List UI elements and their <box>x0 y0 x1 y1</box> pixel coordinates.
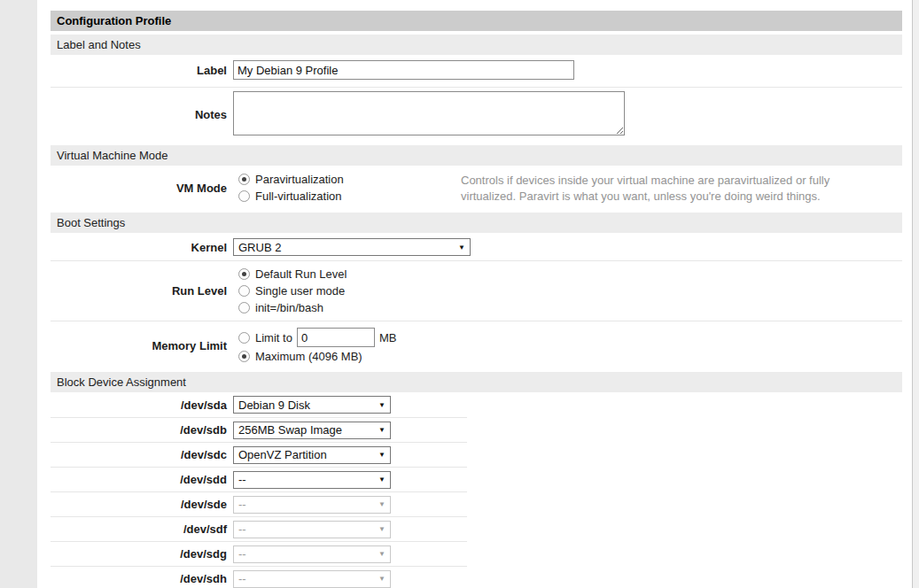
memory-limit-row: Memory Limit Limit to MB Maximum (4096 M… <box>51 321 902 368</box>
chevron-down-icon: ▼ <box>378 575 386 583</box>
section-heading-boot-settings: Boot Settings <box>51 213 902 233</box>
init-bin-bash-option-label: init=/bin/bash <box>255 301 323 314</box>
vm-mode-label: VM Mode <box>51 171 233 205</box>
memory-limit-unit: MB <box>379 331 397 344</box>
left-margin-panel <box>0 0 37 588</box>
device-sdc-label: /dev/sdc <box>51 448 233 461</box>
full-virtualization-option[interactable]: Full-virtualization <box>238 188 461 205</box>
device-sdd-label: /dev/sdd <box>51 473 233 486</box>
kernel-row: Kernel GRUB 2 ▼ <box>51 233 902 260</box>
paravirtualization-option-label: Paravirtualization <box>255 173 344 186</box>
single-user-mode-option-label: Single user mode <box>255 284 345 298</box>
device-row-sdc: /dev/sdc OpenVZ Partition ▼ <box>51 442 467 467</box>
default-run-level-radio[interactable] <box>238 268 250 280</box>
memory-limit-label: Memory Limit <box>51 327 233 365</box>
device-sdh-select-value: -- <box>238 572 246 585</box>
section-boot-settings: Kernel GRUB 2 ▼ Run Level Default Run Le… <box>51 233 902 368</box>
chevron-down-icon: ▼ <box>378 550 386 558</box>
init-bin-bash-radio[interactable] <box>238 302 250 313</box>
paravirtualization-radio[interactable] <box>238 174 250 185</box>
full-virtualization-radio[interactable] <box>238 190 250 202</box>
chevron-down-icon: ▼ <box>378 500 386 508</box>
device-sdh-select: -- ▼ <box>233 570 391 588</box>
single-user-mode-option[interactable]: Single user mode <box>238 282 902 299</box>
chevron-down-icon: ▼ <box>378 525 386 533</box>
run-level-row: Run Level Default Run Level Single user … <box>51 260 902 321</box>
section-heading-block-devices: Block Device Assignment <box>51 372 902 392</box>
device-row-sdg: /dev/sdg -- ▼ <box>51 541 467 566</box>
notes-row: Notes <box>51 87 902 142</box>
chevron-down-icon: ▼ <box>378 451 386 459</box>
kernel-select-value: GRUB 2 <box>238 241 281 254</box>
section-label-and-notes: Label Notes <box>51 55 902 142</box>
paravirtualization-option[interactable]: Paravirtualization <box>238 171 461 188</box>
label-field-label: Label <box>51 60 233 80</box>
device-row-sda: /dev/sda Debian 9 Disk ▼ <box>51 392 467 417</box>
chevron-down-icon: ▼ <box>378 426 386 434</box>
device-sdd-select-value: -- <box>238 473 246 486</box>
device-sdb-select-value: 256MB Swap Image <box>238 423 342 437</box>
device-sdf-label: /dev/sdf <box>51 522 233 536</box>
run-level-label: Run Level <box>51 266 233 316</box>
memory-maximum-radio[interactable] <box>238 351 250 362</box>
chevron-down-icon: ▼ <box>378 476 386 484</box>
device-sde-select: -- ▼ <box>233 496 391 514</box>
device-row-sdd: /dev/sdd -- ▼ <box>51 467 467 491</box>
vertical-scrollbar[interactable] <box>912 0 919 588</box>
device-sde-label: /dev/sde <box>51 498 233 511</box>
memory-maximum-option-label: Maximum (4096 MB) <box>255 350 362 363</box>
section-heading-vm-mode: Virtual Machine Mode <box>51 145 902 166</box>
single-user-mode-radio[interactable] <box>238 285 250 297</box>
vm-mode-row: VM Mode Paravirtualization Full-virtuali… <box>51 166 902 209</box>
device-sdh-label: /dev/sdh <box>51 572 233 585</box>
device-sda-select-value: Debian 9 Disk <box>238 398 310 412</box>
device-sdb-select[interactable]: 256MB Swap Image ▼ <box>233 422 391 439</box>
notes-textarea[interactable] <box>233 91 625 135</box>
kernel-label: Kernel <box>51 238 233 256</box>
memory-maximum-option[interactable]: Maximum (4096 MB) <box>238 348 902 365</box>
device-sdg-label: /dev/sdg <box>51 547 233 561</box>
device-sda-label: /dev/sda <box>51 398 233 412</box>
device-sda-select[interactable]: Debian 9 Disk ▼ <box>233 396 391 414</box>
section-block-devices: /dev/sda Debian 9 Disk ▼ /dev/sdb 256MB … <box>51 392 467 588</box>
device-sdd-select[interactable]: -- ▼ <box>233 471 391 489</box>
device-row-sde: /dev/sde -- ▼ <box>51 491 467 516</box>
device-sde-select-value: -- <box>238 498 246 511</box>
label-row: Label <box>51 55 902 87</box>
kernel-select[interactable]: GRUB 2 ▼ <box>233 238 471 256</box>
device-sdf-select: -- ▼ <box>233 521 391 538</box>
memory-limit-to-label: Limit to <box>255 331 292 344</box>
configuration-profile-form: Configuration Profile Label and Notes La… <box>51 11 902 588</box>
init-bin-bash-option[interactable]: init=/bin/bash <box>238 299 902 316</box>
vm-mode-help-text: Controls if devices inside your virtual … <box>461 171 877 205</box>
full-virtualization-option-label: Full-virtualization <box>255 190 342 203</box>
device-row-sdh: /dev/sdh -- ▼ <box>51 566 467 588</box>
page-title: Configuration Profile <box>51 11 902 31</box>
device-sdc-select-value: OpenVZ Partition <box>238 448 327 461</box>
memory-limit-input[interactable] <box>297 328 375 347</box>
device-row-sdb: /dev/sdb 256MB Swap Image ▼ <box>51 417 467 442</box>
chevron-down-icon: ▼ <box>458 244 465 251</box>
device-sdb-label: /dev/sdb <box>51 423 233 437</box>
section-heading-label-and-notes: Label and Notes <box>51 35 902 55</box>
chevron-down-icon: ▼ <box>378 401 386 409</box>
label-input[interactable] <box>233 60 574 80</box>
device-row-sdf: /dev/sdf -- ▼ <box>51 516 467 541</box>
notes-field-label: Notes <box>51 91 233 138</box>
device-sdc-select[interactable]: OpenVZ Partition ▼ <box>233 446 391 464</box>
device-sdg-select-value: -- <box>238 547 246 561</box>
default-run-level-option-label: Default Run Level <box>255 267 347 281</box>
default-run-level-option[interactable]: Default Run Level <box>238 266 902 282</box>
section-vm-mode: VM Mode Paravirtualization Full-virtuali… <box>51 166 902 209</box>
device-sdg-select: -- ▼ <box>233 545 391 563</box>
memory-limit-to-radio[interactable] <box>238 332 250 344</box>
device-sdf-select-value: -- <box>238 522 246 536</box>
memory-limit-to-option[interactable]: Limit to MB <box>238 327 902 348</box>
